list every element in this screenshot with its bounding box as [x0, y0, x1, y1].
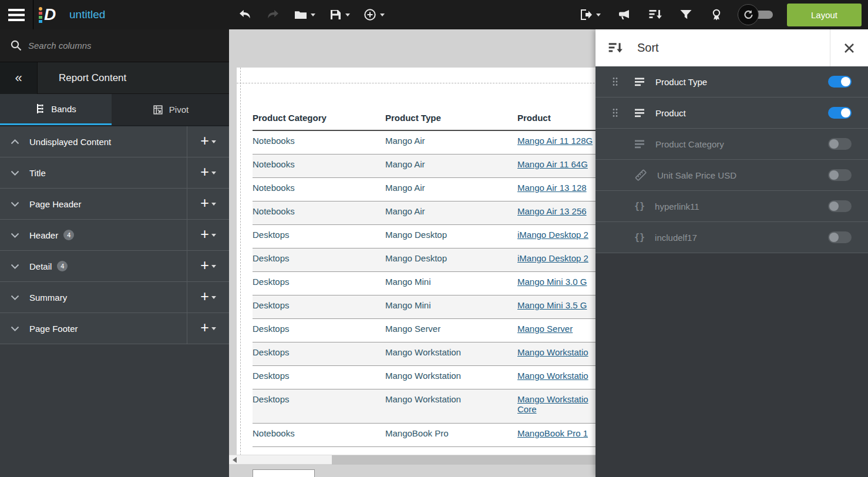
cell-category[interactable]: Desktops	[253, 324, 385, 334]
open-report-button[interactable]	[287, 0, 322, 29]
product-link[interactable]: iMango Desktop 2	[517, 230, 588, 240]
toggle-knob	[829, 201, 839, 211]
band-row-page-footer[interactable]: Page Footer +	[0, 313, 229, 344]
band-row-detail[interactable]: Detail4 +	[0, 251, 229, 282]
export-button[interactable]	[577, 0, 603, 29]
toggle-knob	[841, 77, 850, 86]
toggle-switch[interactable]	[828, 231, 852, 243]
redo-button[interactable]	[259, 0, 287, 29]
add-band-button[interactable]: +	[187, 126, 229, 157]
horizontal-scrollbar[interactable]	[229, 455, 640, 464]
cell-category[interactable]: Notebooks	[253, 183, 385, 193]
cell-category[interactable]: Notebooks	[253, 428, 385, 438]
band-row-page-header[interactable]: Page Header +	[0, 189, 229, 220]
toggle-switch[interactable]	[828, 76, 852, 88]
cell-category[interactable]: Desktops	[253, 347, 385, 357]
cell-type[interactable]: Mango Mini	[385, 300, 517, 310]
cell-type[interactable]: Mango Air	[385, 136, 517, 146]
cell-category[interactable]: Notebooks	[253, 136, 385, 146]
announcements-button[interactable]	[615, 0, 634, 29]
cell-type[interactable]: Mango Mini	[385, 277, 517, 287]
cell-type[interactable]: Mango Workstation	[385, 371, 517, 381]
collapse-panel-button[interactable]: «	[0, 62, 38, 94]
cell-type[interactable]: Mango Air	[385, 206, 517, 216]
band-row-title[interactable]: Title +	[0, 157, 229, 189]
add-band-button[interactable]: +	[187, 157, 229, 188]
filter-button[interactable]	[677, 0, 695, 29]
toggle-switch[interactable]	[828, 200, 852, 212]
scrollbar-left-arrow[interactable]	[233, 457, 237, 463]
product-link[interactable]: Mango Air 11 128G	[517, 136, 593, 146]
toggle-switch[interactable]	[828, 169, 852, 181]
chevron-up-icon	[0, 126, 29, 157]
band-row-summary[interactable]: Summary +	[0, 282, 229, 313]
undo-button[interactable]	[231, 0, 259, 29]
cell-category[interactable]: Notebooks	[253, 159, 385, 169]
band-label: Title	[29, 168, 46, 178]
band-row-header[interactable]: Header4 +	[0, 220, 229, 251]
tab-bands[interactable]: Bands	[0, 94, 112, 125]
cell-type[interactable]: Mango Desktop	[385, 230, 517, 240]
award-button[interactable]	[707, 0, 726, 29]
column-header[interactable]: Product Category	[253, 113, 385, 123]
sort-item-unit-sale-price: Unit Sale Price USD	[596, 160, 868, 191]
cell-type[interactable]: Mango Workstation	[385, 347, 517, 357]
band-row-undisplayed-content[interactable]: Undisplayed Content +	[0, 126, 229, 157]
search-columns-bar	[0, 29, 229, 62]
cell-category[interactable]: Desktops	[253, 230, 385, 240]
product-link[interactable]: Mango Workstatio	[517, 347, 588, 357]
add-item-button[interactable]	[356, 0, 391, 29]
caret-down-icon	[380, 14, 385, 16]
product-link[interactable]: Mango Air 11 64G	[517, 159, 588, 169]
cell-category[interactable]: Desktops	[253, 371, 385, 381]
column-header[interactable]: Product Type	[385, 113, 517, 123]
add-band-button[interactable]: +	[187, 313, 229, 344]
cell-category[interactable]: Notebooks	[253, 206, 385, 216]
cell-type[interactable]: Mango Air	[385, 159, 517, 169]
report-content-sidebar: « Report Content Bands Pivot Undisplayed…	[0, 29, 229, 477]
product-link[interactable]: Mango Workstatio	[517, 394, 588, 404]
cell-category[interactable]: Desktops	[253, 253, 385, 263]
layout-button[interactable]: Layout	[787, 4, 862, 26]
preview-mode-toggle[interactable]	[738, 4, 773, 26]
search-input[interactable]	[28, 41, 204, 51]
cell-type[interactable]: Mango Air	[385, 183, 517, 193]
margin-guide-vertical	[240, 68, 241, 455]
menu-button[interactable]	[0, 0, 33, 29]
cell-category[interactable]: Desktops	[253, 277, 385, 287]
add-band-button[interactable]: +	[187, 189, 229, 219]
sort-button[interactable]	[645, 0, 665, 29]
product-link[interactable]: Mango Mini 3.5 G	[517, 300, 587, 310]
cell-type[interactable]: Mango Desktop	[385, 253, 517, 263]
add-band-button[interactable]: +	[187, 282, 229, 313]
cell-type[interactable]: Mango Server	[385, 324, 517, 334]
toggle-switch[interactable]	[828, 138, 852, 150]
add-band-button[interactable]: +	[187, 220, 229, 250]
product-link[interactable]: Mango Server	[517, 324, 573, 334]
chevron-down-icon	[0, 282, 29, 313]
sort-item-product-type[interactable]: Product Type	[596, 66, 868, 98]
product-link[interactable]: iMango Desktop 2	[517, 253, 588, 263]
plus-icon: +	[200, 196, 209, 210]
product-link[interactable]: MangoBook Pro 1	[517, 428, 588, 438]
product-link[interactable]: Mango Air 13 128	[517, 183, 587, 193]
close-sort-panel-button[interactable]	[830, 29, 868, 66]
cell-type[interactable]: MangoBook Pro	[385, 428, 517, 438]
add-band-button[interactable]: +	[187, 251, 229, 281]
tab-pivot[interactable]: Pivot	[112, 94, 229, 125]
toggle-switch[interactable]	[828, 107, 852, 119]
product-link[interactable]: Mango Air 13 256	[517, 206, 587, 216]
cell-category[interactable]: Desktops	[253, 394, 385, 404]
cell-category[interactable]: Desktops	[253, 300, 385, 310]
formula-icon: {}	[634, 201, 645, 211]
product-link[interactable]: Mango Mini 3.0 G	[517, 277, 587, 287]
drag-handle-icon[interactable]	[613, 78, 618, 86]
save-button[interactable]	[322, 0, 356, 29]
scrollbar-thumb[interactable]	[332, 455, 596, 465]
product-link[interactable]: Mango Workstatio	[517, 371, 588, 381]
cell-type[interactable]: Mango Workstation	[385, 394, 517, 404]
bottom-control-cutoff[interactable]	[253, 469, 315, 477]
drag-handle-icon[interactable]	[613, 109, 618, 117]
band-label: Page Header	[29, 199, 81, 209]
sort-item-product[interactable]: Product	[596, 98, 868, 129]
